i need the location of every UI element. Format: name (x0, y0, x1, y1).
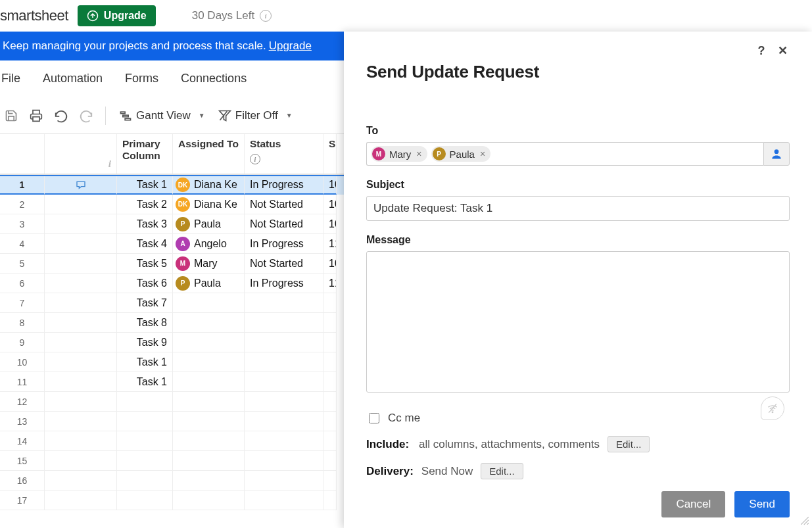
cell-extra[interactable]: 10 (323, 214, 337, 234)
cc-me-input[interactable] (369, 413, 379, 423)
row-number[interactable]: 8 (0, 313, 45, 333)
cell-assigned[interactable] (173, 293, 245, 313)
row-indicators[interactable] (45, 431, 117, 451)
remove-recipient-icon[interactable]: × (416, 149, 421, 159)
row-indicators[interactable] (45, 471, 117, 491)
row-number[interactable]: 12 (0, 392, 45, 412)
cell-primary[interactable]: Task 5 (117, 254, 173, 274)
column-header-extra[interactable]: S (323, 134, 337, 174)
cell-assigned[interactable] (173, 431, 245, 451)
row-indicators[interactable] (45, 195, 117, 214)
row-indicators[interactable] (45, 491, 117, 510)
cell-status[interactable] (245, 372, 323, 392)
row-number[interactable]: 3 (0, 214, 45, 234)
column-header-assigned[interactable]: Assigned To (173, 134, 245, 174)
menu-automation[interactable]: Automation (43, 72, 103, 85)
save-icon[interactable] (1, 106, 21, 126)
cell-assigned[interactable] (173, 372, 245, 392)
cell-primary[interactable] (117, 491, 173, 510)
cell-status[interactable] (245, 293, 323, 313)
message-textarea[interactable] (366, 251, 790, 393)
cell-assigned[interactable]: PPaula (173, 214, 245, 234)
print-icon[interactable] (26, 106, 46, 126)
cell-assigned[interactable] (173, 491, 245, 510)
row-indicators[interactable] (45, 176, 117, 195)
view-switcher[interactable]: Gantt View ▼ (115, 107, 209, 125)
row-indicators[interactable] (45, 274, 117, 293)
cell-assigned[interactable]: DKDiana Ke (173, 195, 245, 214)
cell-extra[interactable] (323, 431, 337, 451)
upgrade-button[interactable]: Upgrade (78, 5, 156, 26)
cell-primary[interactable] (117, 431, 173, 451)
cell-primary[interactable]: Task 2 (117, 195, 173, 214)
cell-primary[interactable]: Task 3 (117, 214, 173, 234)
cell-assigned[interactable] (173, 352, 245, 372)
cell-assigned[interactable]: MMary (173, 254, 245, 274)
cell-extra[interactable]: 11 (323, 234, 337, 254)
help-icon[interactable]: ? (754, 44, 769, 58)
cell-extra[interactable] (323, 333, 337, 352)
cell-extra[interactable] (323, 491, 337, 510)
subject-input[interactable] (366, 196, 790, 221)
cell-primary[interactable] (117, 451, 173, 471)
row-number[interactable]: 16 (0, 471, 45, 491)
cell-primary[interactable]: Task 1 (117, 372, 173, 392)
cell-extra[interactable] (323, 293, 337, 313)
cell-assigned[interactable] (173, 471, 245, 491)
cell-status[interactable]: Not Started (245, 254, 323, 274)
cell-assigned[interactable]: DKDiana Ke (173, 176, 245, 195)
to-field[interactable]: MMary×PPaula× (366, 142, 763, 166)
row-number[interactable]: 14 (0, 431, 45, 451)
row-indicators[interactable] (45, 451, 117, 471)
row-indicators[interactable] (45, 372, 117, 392)
cell-assigned[interactable] (173, 313, 245, 333)
column-header-primary[interactable]: Primary Column (117, 134, 173, 174)
row-indicators[interactable] (45, 234, 117, 254)
cell-primary[interactable]: Task 9 (117, 333, 173, 352)
cell-primary[interactable]: Task 1 (117, 352, 173, 372)
row-number[interactable]: 5 (0, 254, 45, 274)
row-indicators[interactable] (45, 254, 117, 274)
cell-status[interactable] (245, 412, 323, 431)
undo-icon[interactable] (51, 106, 71, 126)
cell-primary[interactable] (117, 392, 173, 412)
row-number[interactable]: 11 (0, 372, 45, 392)
row-number[interactable]: 15 (0, 451, 45, 471)
cell-status[interactable] (245, 471, 323, 491)
cell-primary[interactable]: Task 7 (117, 293, 173, 313)
row-number[interactable]: 9 (0, 333, 45, 352)
comment-icon[interactable] (76, 180, 86, 190)
cell-status[interactable] (245, 491, 323, 510)
row-number[interactable]: 6 (0, 274, 45, 293)
menu-connections[interactable]: Connections (181, 72, 247, 85)
cell-primary[interactable] (117, 412, 173, 431)
cell-extra[interactable] (323, 471, 337, 491)
delivery-edit-button[interactable]: Edit... (481, 463, 523, 479)
info-icon[interactable]: i (260, 10, 272, 22)
row-number[interactable]: 13 (0, 412, 45, 431)
cell-assigned[interactable] (173, 412, 245, 431)
cell-extra[interactable]: 10 (323, 254, 337, 274)
row-number[interactable]: 2 (0, 195, 45, 214)
cell-extra[interactable] (323, 392, 337, 412)
cell-assigned[interactable]: PPaula (173, 274, 245, 293)
cell-extra[interactable]: 10 (323, 195, 337, 214)
cell-primary[interactable]: Task 4 (117, 234, 173, 254)
cell-extra[interactable] (323, 313, 337, 333)
cell-status[interactable]: Not Started (245, 214, 323, 234)
cell-primary[interactable]: Task 8 (117, 313, 173, 333)
resize-grip-icon[interactable] (800, 516, 809, 525)
cell-extra[interactable] (323, 352, 337, 372)
row-indicators[interactable] (45, 392, 117, 412)
recipient-chip[interactable]: PPaula× (431, 146, 491, 162)
cell-primary[interactable] (117, 471, 173, 491)
cell-extra[interactable] (323, 372, 337, 392)
cc-me-checkbox[interactable]: Cc me (366, 411, 790, 425)
include-edit-button[interactable]: Edit... (608, 436, 650, 452)
cell-assigned[interactable] (173, 392, 245, 412)
row-number[interactable]: 1 (0, 176, 45, 195)
menu-file[interactable]: File (1, 72, 20, 85)
row-number[interactable]: 10 (0, 352, 45, 372)
menu-forms[interactable]: Forms (125, 72, 158, 85)
close-icon[interactable]: ✕ (775, 43, 790, 58)
